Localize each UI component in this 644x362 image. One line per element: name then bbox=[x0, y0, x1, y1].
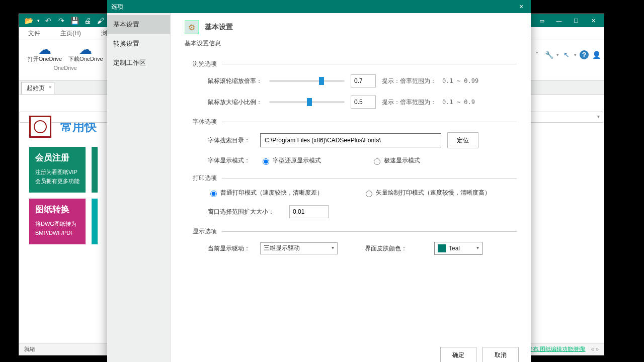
cloud-icon: ☁ bbox=[25, 43, 64, 55]
zoom-ratio-input[interactable] bbox=[351, 74, 376, 87]
panel-icon[interactable]: ▭ bbox=[533, 15, 550, 26]
right-mini-toolbar: ˄ 🔧▾ ↖▾ ? 👤 bbox=[530, 49, 603, 60]
chevron-down-icon[interactable]: ▾ bbox=[556, 52, 559, 57]
save-icon[interactable]: 💾 bbox=[70, 16, 79, 25]
dialog-titlebar: 选项 × bbox=[107, 0, 531, 13]
help-icon[interactable]: ? bbox=[580, 50, 589, 59]
open-onedrive-label: 打开OneDrive bbox=[25, 55, 64, 63]
driver-label: 当前显示驱动： bbox=[208, 244, 254, 253]
tab-startpage[interactable]: 起始页 × bbox=[21, 82, 54, 94]
dialog-close-button[interactable]: × bbox=[516, 3, 527, 11]
brush-icon[interactable]: 🖌 bbox=[96, 16, 105, 25]
zoom-ratio-range: 0.1 ~ 0.99 bbox=[442, 77, 478, 84]
skin-label: 界面皮肤颜色： bbox=[365, 244, 407, 253]
folder-open-icon[interactable]: 📂 bbox=[24, 16, 33, 25]
ok-button[interactable]: 确定 bbox=[440, 347, 476, 362]
close-tab-icon[interactable]: × bbox=[49, 84, 52, 90]
cancel-button[interactable]: 取消 bbox=[482, 347, 519, 362]
section-header: 基本设置 bbox=[205, 23, 233, 32]
options-dialog: 选项 × 基本设置 转换设置 定制工作区 ⚙ 基本设置 基本设置信息 浏览选项 … bbox=[107, 0, 531, 362]
font-mode-fast-radio[interactable]: 极速显示模式 bbox=[371, 156, 420, 165]
divider bbox=[222, 122, 517, 122]
minimize-button[interactable]: — bbox=[550, 15, 568, 26]
select-value: Teal bbox=[449, 245, 460, 252]
redo-icon[interactable]: ↷ bbox=[57, 16, 66, 25]
open-onedrive-button[interactable]: ☁ 打开OneDrive bbox=[25, 42, 64, 63]
card-line: 将DWG图纸转为 bbox=[35, 219, 79, 228]
divider bbox=[222, 64, 517, 64]
undo-icon[interactable]: ↶ bbox=[44, 16, 53, 25]
shrink-ratio-label: 鼠标放大缩小比例： bbox=[208, 98, 263, 107]
radio-label: 极速显示模式 bbox=[384, 156, 420, 165]
dialog-main: ⚙ 基本设置 基本设置信息 浏览选项 鼠标滚轮缩放倍率： 提示：倍率范围为： 0… bbox=[171, 13, 531, 362]
card-line: 会员拥有更多功能 bbox=[35, 176, 79, 186]
dialog-nav: 基本设置 转换设置 定制工作区 bbox=[107, 13, 171, 362]
ribbon-group-onedrive: ☁ 打开OneDrive ☁ 下载OneDrive OneDrive bbox=[19, 40, 112, 80]
group-browse: 浏览选项 bbox=[193, 60, 217, 68]
font-dir-label: 字体搜索目录： bbox=[208, 136, 254, 145]
print-mode-vector-radio[interactable]: 矢量绘制打印模式（速度较慢，清晰度高） bbox=[363, 189, 491, 197]
status-link[interactable]: 发布,图纸编辑功能增强! bbox=[527, 346, 586, 352]
radio-label: 字型还原显示模式 bbox=[273, 156, 321, 165]
card-stub bbox=[92, 199, 98, 244]
close-button[interactable]: ✕ bbox=[585, 15, 602, 26]
card-register[interactable]: 会员注册 注册为看图纸VIP 会员拥有更多功能 bbox=[29, 147, 86, 193]
shrink-ratio-input[interactable] bbox=[351, 96, 376, 109]
font-mode-restore-radio[interactable]: 字型还原显示模式 bbox=[260, 156, 321, 165]
user-icon[interactable]: 👤 bbox=[592, 50, 601, 59]
card-convert[interactable]: 图纸转换 将DWG图纸转为 BMP/DWF/PDF bbox=[29, 199, 86, 244]
dialog-title: 选项 bbox=[111, 3, 123, 11]
tab-home[interactable]: 主页(H) bbox=[56, 27, 85, 40]
shrink-ratio-slider[interactable] bbox=[269, 101, 345, 103]
divider bbox=[222, 178, 517, 178]
zoom-ratio-slider[interactable] bbox=[269, 80, 345, 82]
shrink-ratio-hint: 提示：倍率范围为： bbox=[382, 98, 436, 107]
group-print: 打印选项 bbox=[193, 174, 217, 183]
window-titlebar: ▭ — ☐ ✕ bbox=[523, 14, 604, 27]
skin-color-select[interactable]: Teal bbox=[434, 242, 482, 255]
cursor-icon[interactable]: ↖ bbox=[562, 50, 571, 59]
group-font: 字体选项 bbox=[193, 118, 217, 126]
select-value: 三维显示驱动 bbox=[264, 244, 300, 251]
radio-label: 矢量绘制打印模式（速度较慢，清晰度高） bbox=[376, 189, 491, 197]
app-logo-icon bbox=[29, 116, 51, 138]
window-expand-input[interactable] bbox=[289, 205, 329, 218]
print-mode-normal-radio[interactable]: 普通打印模式（速度较快，清晰度差） bbox=[208, 189, 323, 197]
window-expand-label: 窗口选择范围扩大大小： bbox=[208, 208, 283, 216]
download-onedrive-button[interactable]: ☁ 下载OneDrive bbox=[66, 42, 105, 63]
settings-icon: ⚙ bbox=[185, 20, 199, 34]
nav-basic-settings[interactable]: 基本设置 bbox=[107, 15, 170, 34]
divider bbox=[222, 231, 517, 232]
card-stub bbox=[92, 147, 98, 193]
section-desc: 基本设置信息 bbox=[185, 39, 517, 48]
font-mode-label: 字体显示模式： bbox=[208, 156, 254, 165]
tab-file[interactable]: 文件 bbox=[24, 27, 44, 40]
maximize-button[interactable]: ☐ bbox=[568, 15, 585, 26]
card-title: 图纸转换 bbox=[35, 204, 79, 215]
cloud-down-icon: ☁ bbox=[66, 43, 105, 55]
status-text: 就绪 bbox=[24, 345, 35, 353]
zoom-ratio-hint: 提示：倍率范围为： bbox=[382, 77, 436, 85]
chevron-down-icon[interactable]: ▾ bbox=[574, 52, 577, 57]
download-onedrive-label: 下载OneDrive bbox=[66, 55, 105, 63]
tab-label: 起始页 bbox=[27, 84, 45, 92]
chevron-down-icon[interactable]: ▾ bbox=[37, 18, 40, 23]
font-dir-input[interactable] bbox=[260, 133, 441, 147]
card-title: 会员注册 bbox=[35, 152, 79, 163]
card-line: 注册为看图纸VIP bbox=[35, 167, 79, 176]
ribbon-group-title: OneDrive bbox=[25, 65, 105, 71]
color-swatch-icon bbox=[438, 244, 446, 252]
wrench-icon[interactable]: 🔧 bbox=[544, 50, 553, 59]
group-display: 显示选项 bbox=[193, 227, 217, 236]
collapse-ribbon-icon[interactable]: ˄ bbox=[532, 50, 541, 59]
shrink-ratio-range: 0.1 ~ 0.9 bbox=[442, 99, 475, 106]
locate-button[interactable]: 定位 bbox=[447, 132, 478, 148]
radio-label: 普通打印模式（速度较快，清晰度差） bbox=[220, 189, 323, 197]
nav-convert-settings[interactable]: 转换设置 bbox=[107, 34, 170, 53]
print-icon[interactable]: 🖨 bbox=[83, 16, 92, 25]
nav-custom-workspace[interactable]: 定制工作区 bbox=[107, 53, 170, 72]
status-arrows[interactable]: « » bbox=[591, 346, 599, 352]
display-driver-select[interactable]: 三维显示驱动 bbox=[260, 242, 338, 254]
zoom-ratio-label: 鼠标滚轮缩放倍率： bbox=[208, 77, 263, 85]
card-line: BMP/DWF/PDF bbox=[35, 228, 79, 237]
